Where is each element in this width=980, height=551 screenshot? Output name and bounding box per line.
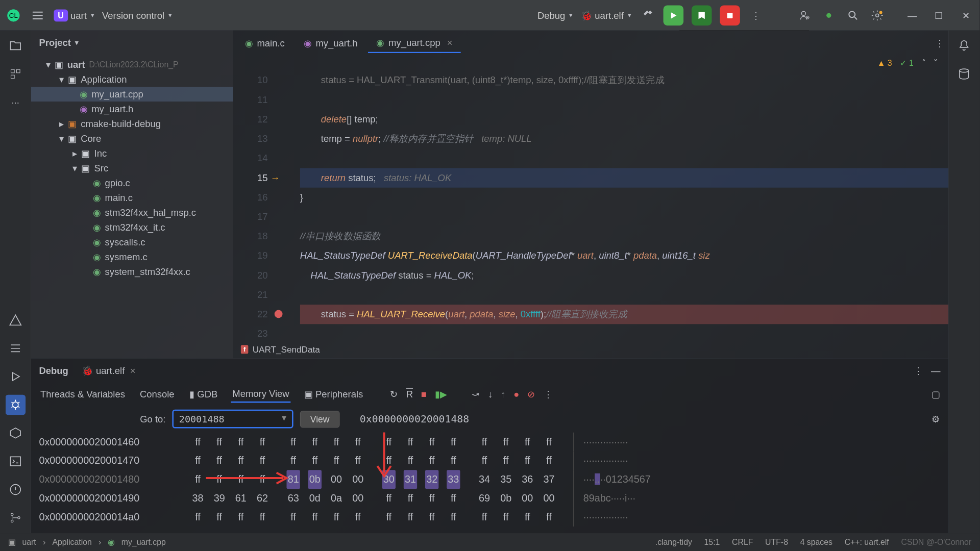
tree-row[interactable]: ▾ ▣ Application [31, 72, 233, 87]
chevron-down-icon[interactable]: ▾ [569, 11, 573, 18]
project-name[interactable]: uart [70, 10, 87, 20]
tree-row[interactable]: ◉ system_stm32f4xx.c [31, 264, 233, 279]
debug-target-chip[interactable]: 🐞uart.elf× [77, 364, 141, 377]
up-icon[interactable]: ˄ [922, 59, 926, 68]
tree-row[interactable]: ◉ main.c [31, 190, 233, 205]
warning-badge[interactable]: ▲ 3 [877, 59, 892, 68]
status-toolchain[interactable]: C++: uart.elf [845, 537, 889, 546]
debug-icon[interactable] [6, 395, 26, 415]
hint-badge[interactable]: ✓ 1 [900, 59, 913, 68]
gear-icon[interactable] [869, 7, 886, 23]
status-eol[interactable]: CRLF [732, 537, 753, 546]
stop-icon[interactable]: ■ [421, 389, 427, 399]
line-number[interactable]: 16 [233, 188, 268, 207]
resume-icon[interactable]: ▮▶ [435, 389, 448, 399]
memory-row[interactable]: 0x000000002000149038396162630d0a00ffffff… [39, 489, 940, 508]
more-icon[interactable]: ⋮ [544, 389, 553, 399]
reset-icon[interactable]: R [406, 389, 413, 399]
status-clang[interactable]: .clang-tidy [655, 537, 692, 546]
status-position[interactable]: 15:1 [704, 537, 720, 546]
run-button[interactable] [664, 5, 684, 26]
tab-threads[interactable]: Threads & Variables [39, 386, 126, 403]
line-number[interactable]: 22 [233, 305, 268, 324]
breadcrumb-function[interactable]: UART_SendData [253, 344, 320, 355]
tab-cpp[interactable]: ◉my_uart.cpp× [369, 33, 461, 54]
database-icon[interactable] [954, 64, 974, 84]
view-button[interactable]: View [300, 411, 339, 428]
goto-input[interactable] [173, 410, 293, 429]
tree-row[interactable]: ◉ stm32f4xx_hal_msp.c [31, 205, 233, 220]
git-icon[interactable] [6, 508, 26, 528]
line-number[interactable]: 17 [233, 207, 268, 227]
step-into-icon[interactable]: ↓ [488, 389, 493, 399]
tree-row[interactable]: ◉ my_uart.cpp [31, 87, 233, 102]
hammer-icon[interactable] [639, 7, 655, 23]
down-icon[interactable]: ˅ [934, 59, 938, 68]
minimize-icon[interactable]: — [904, 7, 920, 23]
line-number[interactable]: 14 [233, 148, 268, 168]
chevron-down-icon[interactable]: ▾ [628, 11, 631, 18]
debug-button[interactable] [692, 5, 712, 26]
stop-button[interactable] [720, 5, 740, 26]
tree-row[interactable]: ◉ my_uart.h [31, 102, 233, 116]
user-icon[interactable] [797, 7, 813, 23]
line-number[interactable]: 10 [233, 70, 268, 90]
breadcrumb[interactable]: uart [22, 537, 36, 546]
breadcrumb[interactable]: Application [52, 537, 91, 546]
more-icon[interactable]: ··· [6, 92, 26, 113]
line-number[interactable]: 13 [233, 129, 268, 148]
structure-icon[interactable] [6, 64, 26, 84]
tab-memory[interactable]: Memory View [231, 385, 291, 403]
line-number[interactable]: 11 [233, 90, 268, 110]
services-icon[interactable] [6, 423, 26, 443]
close-icon[interactable]: ✕ [958, 7, 974, 23]
line-number[interactable]: 23 [233, 324, 268, 340]
terminal-icon[interactable] [6, 451, 26, 471]
sync-icon[interactable] [821, 7, 837, 23]
tree-row[interactable]: ▸ ▣ Inc [31, 146, 233, 161]
breakpoint-icon[interactable] [275, 310, 283, 318]
gear-icon[interactable]: ⚙ [932, 414, 940, 424]
more-icon[interactable]: ⋮ [935, 38, 944, 48]
chevron-down-icon[interactable]: ▾ [75, 39, 79, 46]
layout-icon[interactable]: ▢ [932, 389, 940, 399]
line-number[interactable]: 18 [233, 227, 268, 246]
vcs-menu[interactable]: Version control [102, 10, 164, 20]
tree-row[interactable]: ▸ ▣ cmake-build-debug [31, 116, 233, 131]
rerun-icon[interactable]: ↻ [390, 389, 398, 399]
menu-icon[interactable] [30, 7, 46, 23]
maximize-icon[interactable]: ☐ [931, 7, 947, 23]
warning-icon[interactable] [6, 310, 26, 331]
tree-row[interactable]: ▾ ▣ Src [31, 161, 233, 176]
folder-icon[interactable] [6, 36, 26, 56]
step-out-icon[interactable]: ↑ [501, 389, 505, 399]
line-number[interactable]: 15→ [233, 168, 268, 188]
tree-row[interactable]: ◉ stm32f4xx_it.c [31, 220, 233, 235]
line-number[interactable]: 19 [233, 246, 268, 265]
tree-row[interactable]: ◉ syscalls.c [31, 235, 233, 249]
run-config[interactable]: Debug [537, 10, 565, 20]
breadcrumb[interactable]: my_uart.cpp [121, 537, 166, 546]
tree-row[interactable]: ▾ ▣ uart D:\CLion2023.2\CLion_P [31, 57, 233, 72]
tab-gdb[interactable]: ▮ GDB [188, 386, 219, 403]
memory-row[interactable]: 0x0000000020001460ffffffffffffffffffffff… [39, 432, 940, 451]
line-number[interactable]: 12 [233, 110, 268, 129]
code-editor[interactable]: status = HAL_UART_Transmit(uart, (uint8_… [273, 70, 948, 340]
close-icon[interactable]: × [447, 37, 453, 47]
status-indent[interactable]: 4 spaces [800, 537, 832, 546]
tree-row[interactable]: ◉ sysmem.c [31, 249, 233, 264]
list-icon[interactable] [6, 338, 26, 359]
more-icon[interactable]: ⋮ [748, 7, 765, 23]
mute-breakpoints-icon[interactable]: ⊘ [527, 389, 535, 399]
tree-row[interactable]: ◉ gpio.c [31, 176, 233, 190]
breakpoint-icon[interactable]: ● [513, 389, 519, 399]
tree-row[interactable]: ▾ ▣ Core [31, 131, 233, 146]
chevron-down-icon[interactable]: ▾ [91, 11, 94, 18]
chevron-down-icon[interactable]: ▾ [282, 412, 286, 423]
chevron-down-icon[interactable]: ▾ [168, 11, 172, 18]
problems-icon[interactable] [6, 480, 26, 500]
tab-peripherals[interactable]: ▣ Peripherals [303, 386, 364, 403]
search-icon[interactable] [845, 7, 861, 23]
more-icon[interactable]: ⋮ [914, 365, 923, 376]
memory-row[interactable]: 0x00000000200014a0ffffffffffffffffffffff… [39, 508, 940, 527]
